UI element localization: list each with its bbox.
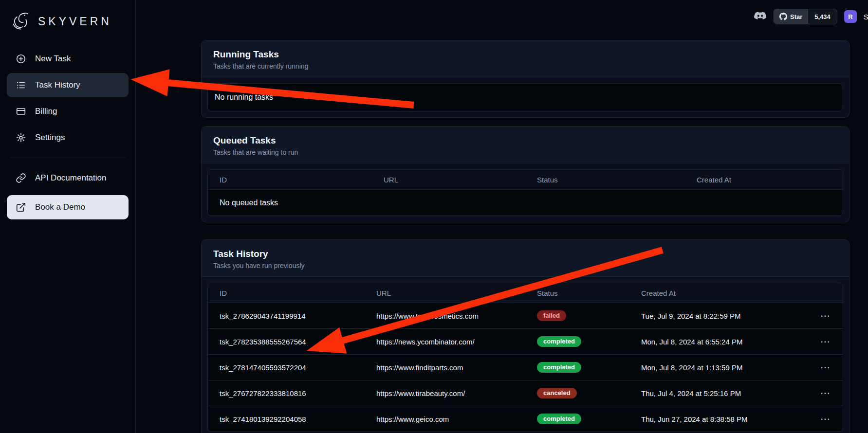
row-menu-button[interactable]: ⋯	[798, 388, 837, 398]
task-row[interactable]: tsk_274180139292204058 https://www.geico…	[208, 406, 843, 432]
topbar: Star 5,434 R S	[754, 9, 868, 24]
sidebar-item-task-history[interactable]: Task History	[7, 73, 129, 97]
status-badge: canceled	[537, 388, 577, 398]
skyvern-app: SKYVERN New Task Task History Billing	[0, 0, 868, 433]
nav-label: API Documentation	[35, 173, 106, 183]
queued-tasks-empty-state: No queued tasks	[208, 189, 843, 216]
avatar[interactable]: R	[844, 10, 857, 23]
status-badge: completed	[537, 362, 581, 373]
column-header-url: URL	[370, 289, 531, 297]
task-url-cell: https://www.tirabeauty.com/	[370, 389, 531, 397]
column-header-url: URL	[378, 176, 531, 184]
column-header-id: ID	[214, 176, 378, 184]
card-subtitle: Tasks that are currently running	[213, 62, 837, 70]
task-url-cell: https://www.geico.com	[370, 415, 531, 423]
credit-card-icon	[16, 106, 26, 117]
column-header-created-at: Created At	[691, 176, 837, 184]
card-subtitle: Tasks you have run previously	[213, 262, 837, 270]
card-title: Queued Tasks	[213, 135, 837, 146]
sidebar-item-billing[interactable]: Billing	[7, 99, 129, 124]
brand-logo[interactable]: SKYVERN	[7, 9, 129, 34]
sidebar-item-new-task[interactable]: New Task	[7, 47, 129, 71]
row-menu-button[interactable]: ⋯	[798, 414, 837, 424]
card-subtitle: Tasks that are waiting to run	[213, 148, 837, 156]
task-row[interactable]: tsk_276727822333810816 https://www.tirab…	[208, 380, 843, 406]
task-url-cell: https://www.finditparts.com	[370, 363, 531, 372]
status-badge: failed	[537, 310, 566, 321]
plus-circle-icon	[16, 54, 26, 64]
skyvern-dragon-icon	[11, 11, 32, 32]
external-link-icon	[16, 202, 26, 213]
sidebar-nav: New Task Task History Billing Settings	[7, 47, 129, 219]
task-row[interactable]: tsk_278235388555267564 https://news.ycom…	[208, 328, 843, 354]
task-created-cell: Mon, Jul 8, 2024 at 6:55:24 PM	[635, 338, 798, 346]
github-star-count: 5,434	[808, 9, 837, 24]
task-id-cell: tsk_278235388555267564	[214, 338, 370, 346]
task-history-table: ID URL Status Created At tsk_27862904374…	[207, 283, 843, 432]
nav-label: New Task	[35, 54, 71, 64]
task-url-cell: https://www.tartecosmetics.com	[370, 312, 531, 320]
sidebar-item-settings[interactable]: Settings	[7, 126, 129, 150]
task-id-cell: tsk_278629043741199914	[214, 312, 370, 320]
nav-label: Billing	[35, 107, 57, 116]
table-header-row: ID URL Status Created At	[208, 170, 843, 189]
card-title: Task History	[213, 249, 837, 259]
running-tasks-card: Running Tasks Tasks that are currently r…	[201, 40, 850, 118]
task-id-cell: tsk_276727822333810816	[214, 389, 370, 397]
task-history-header: Task History Tasks you have run previous…	[202, 240, 849, 277]
task-created-cell: Tue, Jul 9, 2024 at 8:22:59 PM	[635, 312, 798, 320]
row-menu-button[interactable]: ⋯	[798, 336, 837, 347]
column-header-status: Status	[531, 289, 635, 297]
list-icon	[16, 80, 26, 90]
task-created-cell: Thu, Jul 4, 2024 at 5:25:16 PM	[635, 389, 798, 397]
task-created-cell: Mon, Jul 8, 2024 at 1:13:59 PM	[635, 363, 798, 372]
column-header-id: ID	[214, 289, 370, 297]
column-header-status: Status	[531, 176, 691, 184]
sidebar: SKYVERN New Task Task History Billing	[0, 0, 136, 433]
brand-name: SKYVERN	[38, 15, 112, 28]
status-badge: completed	[537, 336, 581, 347]
row-menu-button[interactable]: ⋯	[798, 310, 837, 321]
queued-tasks-card: Queued Tasks Tasks that are waiting to r…	[201, 126, 850, 222]
task-url-cell: https://news.ycombinator.com/	[370, 338, 531, 346]
nav-label: Settings	[35, 133, 65, 143]
task-id-cell: tsk_274180139292204058	[214, 415, 370, 423]
link-icon	[16, 173, 26, 183]
sidebar-item-book-a-demo[interactable]: Book a Demo	[7, 195, 129, 219]
column-header-created-at: Created At	[635, 289, 798, 297]
queued-tasks-header: Queued Tasks Tasks that are waiting to r…	[202, 126, 849, 163]
card-title: Running Tasks	[213, 49, 837, 60]
task-history-card: Task History Tasks you have run previous…	[201, 239, 850, 433]
nav-label: Book a Demo	[35, 202, 85, 212]
running-tasks-empty-state: No running tasks	[207, 83, 843, 111]
sidebar-divider	[10, 158, 126, 158]
github-star-label: Star	[790, 13, 802, 20]
queued-tasks-table: ID URL Status Created At No queued tasks	[207, 169, 843, 216]
status-badge: completed	[537, 414, 581, 424]
nav-label: Task History	[35, 80, 80, 90]
running-tasks-header: Running Tasks Tasks that are currently r…	[202, 40, 849, 77]
task-created-cell: Thu, Jun 27, 2024 at 8:38:58 PM	[635, 415, 798, 423]
running-tasks-body: No running tasks	[202, 77, 849, 117]
sidebar-item-api-documentation[interactable]: API Documentation	[7, 166, 129, 190]
task-row[interactable]: tsk_278629043741199914 https://www.tarte…	[208, 303, 843, 328]
row-menu-button[interactable]: ⋯	[798, 362, 837, 373]
user-name: S	[864, 13, 868, 21]
task-row[interactable]: tsk_278147405593572204 https://www.findi…	[208, 354, 843, 380]
queued-tasks-body: ID URL Status Created At No queued tasks	[202, 163, 849, 222]
table-header-row: ID URL Status Created At	[208, 283, 843, 303]
task-id-cell: tsk_278147405593572204	[214, 363, 370, 372]
github-star-button[interactable]: Star 5,434	[774, 9, 837, 24]
github-icon	[779, 13, 787, 20]
discord-icon[interactable]	[754, 10, 767, 23]
gear-icon	[16, 132, 26, 143]
task-history-body: ID URL Status Created At tsk_27862904374…	[202, 277, 849, 433]
